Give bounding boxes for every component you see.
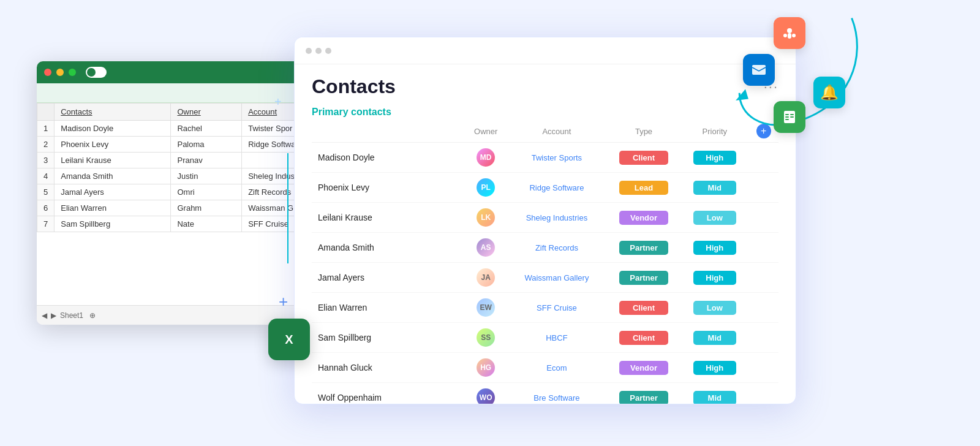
svg-rect-7 xyxy=(785,114,789,115)
priority-badge: High xyxy=(693,271,736,285)
excel-contact-cell: Jamal Ayers xyxy=(55,184,171,200)
contacts-table-wrap: Owner Account Type Priority + Madison Do… xyxy=(295,120,796,404)
avatar: EW xyxy=(477,298,495,317)
excel-row-num: 5 xyxy=(37,184,55,200)
contact-type-cell: Lead xyxy=(608,173,679,203)
contact-owner-cell: AS xyxy=(467,233,505,263)
crm-titlebar xyxy=(295,37,796,64)
excel-contact-cell: Sam Spillberg xyxy=(55,216,171,232)
contact-row: Amanda Smith AS Zift Records Partner Hig… xyxy=(312,233,778,263)
excel-toggle[interactable] xyxy=(86,67,107,78)
plus-sign-2: + xyxy=(274,95,282,109)
contact-account-cell[interactable]: Waissman Gallery xyxy=(505,263,608,293)
svg-rect-10 xyxy=(790,114,794,115)
excel-nav-prev[interactable]: ◀ xyxy=(42,311,47,320)
contact-actions-cell xyxy=(750,293,778,323)
excel-add-sheet[interactable]: ⊕ xyxy=(89,311,96,320)
excel-row-num: 6 xyxy=(37,200,55,216)
contact-account-cell[interactable]: SFF Cruise xyxy=(505,293,608,323)
contact-type-cell: Vendor xyxy=(608,353,679,383)
scene: Contacts Owner Account 1 Madison Doyle R… xyxy=(0,0,980,446)
contact-priority-cell: Mid xyxy=(679,173,750,203)
contact-row: Elian Warren EW SFF Cruise Client Low xyxy=(312,293,778,323)
contact-priority-cell: Mid xyxy=(679,383,750,405)
type-badge: Lead xyxy=(619,181,668,195)
svg-point-1 xyxy=(787,28,792,33)
contact-row: Wolf Oppenhaim WO Bre Software Partner M… xyxy=(312,383,778,405)
contact-row: Madison Doyle MD Twister Sports Client H… xyxy=(312,143,778,173)
priority-badge: Low xyxy=(693,301,736,315)
excel-row-num: 4 xyxy=(37,168,55,184)
contact-owner-cell: JA xyxy=(467,263,505,293)
priority-badge: High xyxy=(693,151,736,165)
col-owner-header: Owner xyxy=(467,120,505,143)
contact-actions-cell xyxy=(750,203,778,233)
priority-badge: High xyxy=(693,241,736,255)
excel-sheet-name[interactable]: Sheet1 xyxy=(60,311,83,320)
contact-account-cell[interactable]: Zift Records xyxy=(505,233,608,263)
contact-name-cell: Phoenix Levy xyxy=(312,173,467,203)
excel-close-dot xyxy=(44,69,51,76)
crm-header: Contacts ··· xyxy=(295,64,796,102)
contact-account-cell[interactable]: Sheleg Industries xyxy=(505,203,608,233)
contact-row: Jamal Ayers JA Waissman Gallery Partner … xyxy=(312,263,778,293)
type-badge: Vendor xyxy=(619,361,668,375)
contact-row: Phoenix Levy PL Ridge Software Lead Mid xyxy=(312,173,778,203)
contact-row: Sam Spillberg SS HBCF Client Mid xyxy=(312,323,778,353)
add-column-button[interactable]: + xyxy=(756,124,771,138)
excel-owner-cell: Nate xyxy=(171,216,242,232)
excel-contact-cell: Madison Doyle xyxy=(55,121,171,137)
excel-contact-cell: Phoenix Levy xyxy=(55,137,171,153)
contact-actions-cell xyxy=(750,263,778,293)
contact-account-cell[interactable]: HBCF xyxy=(505,323,608,353)
col-name-header xyxy=(312,120,467,143)
svg-rect-9 xyxy=(785,119,789,120)
excel-row-num: 7 xyxy=(37,216,55,232)
contact-row: Hannah Gluck HG Ecom Vendor High xyxy=(312,353,778,383)
contact-name-cell: Leilani Krause xyxy=(312,203,467,233)
bell-icon: 🔔 xyxy=(813,77,845,108)
priority-badge: High xyxy=(693,361,736,375)
type-badge: Client xyxy=(619,151,668,165)
outlook-icon xyxy=(743,54,775,86)
crm-dot-1 xyxy=(306,48,312,54)
contact-owner-cell: EW xyxy=(467,293,505,323)
excel-nav-next[interactable]: ▶ xyxy=(51,311,56,320)
crm-window: Contacts ··· Primary contacts Owner Acco… xyxy=(294,37,796,404)
crm-dot-2 xyxy=(315,48,322,54)
contact-account-cell[interactable]: Ridge Software xyxy=(505,173,608,203)
contact-priority-cell: High xyxy=(679,263,750,293)
contact-name-cell: Sam Spillberg xyxy=(312,323,467,353)
contact-name-cell: Wolf Oppenhaim xyxy=(312,383,467,405)
contact-owner-cell: SS xyxy=(467,323,505,353)
contact-owner-cell: PL xyxy=(467,173,505,203)
page-title: Contacts xyxy=(312,75,396,98)
contact-name-cell: Elian Warren xyxy=(312,293,467,323)
plus-sign-1: + xyxy=(279,292,288,311)
avatar: AS xyxy=(477,238,495,257)
contact-account-cell[interactable]: Ecom xyxy=(505,353,608,383)
contact-type-cell: Client xyxy=(608,323,679,353)
excel-icon-badge: X xyxy=(268,319,310,360)
type-badge: Partner xyxy=(619,241,668,255)
contact-account-cell[interactable]: Twister Sports xyxy=(505,143,608,173)
excel-owner-cell: Grahm xyxy=(171,200,242,216)
excel-owner-cell: Paloma xyxy=(171,137,242,153)
contact-actions-cell xyxy=(750,233,778,263)
contact-type-cell: Partner xyxy=(608,233,679,263)
excel-row-num: 2 xyxy=(37,137,55,153)
contact-priority-cell: Mid xyxy=(679,323,750,353)
excel-owner-cell: Justin xyxy=(171,168,242,184)
contact-account-cell[interactable]: Bre Software xyxy=(505,383,608,405)
excel-owner-cell: Rachel xyxy=(171,121,242,137)
contact-actions-cell xyxy=(750,173,778,203)
priority-badge: Low xyxy=(693,211,736,225)
priority-badge: Mid xyxy=(693,331,736,345)
type-badge: Client xyxy=(619,301,668,315)
contact-owner-cell: MD xyxy=(467,143,505,173)
excel-col-contacts: Contacts xyxy=(55,104,171,121)
contacts-table: Owner Account Type Priority + Madison Do… xyxy=(312,120,778,404)
col-account-header: Account xyxy=(505,120,608,143)
contact-priority-cell: High xyxy=(679,353,750,383)
avatar: JA xyxy=(477,268,495,287)
